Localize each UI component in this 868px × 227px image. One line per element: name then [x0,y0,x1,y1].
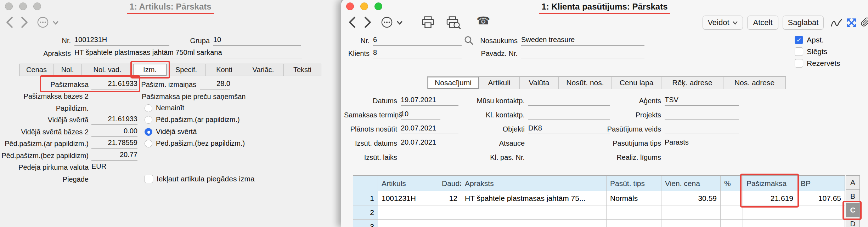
ped-pasizm-bez-field[interactable]: 20.77 [91,150,137,161]
musu-kontaktp-field[interactable] [528,95,610,106]
cell-apraksts[interactable] [461,205,607,219]
nr-field[interactable]: 6 [373,35,462,46]
videja-sverta-field[interactable]: 21.61933 [91,114,137,125]
tab-nosacijumi[interactable]: Nosacījumi [428,77,479,89]
back-button[interactable] [6,16,13,28]
pasizm-izmainas-field[interactable]: 28.0 [200,78,230,89]
pedeja-valuta-field[interactable]: EUR [91,161,137,172]
paperclip-icon[interactable] [861,16,868,28]
pasutijuma-tips-field[interactable]: Parasts [665,137,739,148]
apraksts-field[interactable]: HT špahtele plastmasas jahtām 750ml sark… [74,47,302,58]
tab-nosut-nos[interactable]: Nosūt. nos. [559,77,612,89]
atsauce-field[interactable] [528,137,610,148]
print-preview-icon[interactable] [446,16,461,29]
apst-checkbox[interactable]: ✓ Apst. [795,35,824,45]
slegts-checkbox[interactable]: Slēgts [795,47,827,57]
projekts-field[interactable] [665,109,739,120]
izsut-laiks-field[interactable] [401,151,458,162]
signature-pen-icon[interactable] [830,18,843,28]
radio-ped-pasizm-ar[interactable]: Pēd.pašizm.(ar papildizm.) [145,114,240,126]
cell-pasizmaksa[interactable] [743,205,797,219]
tab-nos-adrese[interactable]: Nos. adrese [723,77,785,89]
nosaukums-field[interactable]: Sweden treasure [521,35,644,46]
papildizm-field[interactable] [91,102,137,113]
operations-menu-icon[interactable] [381,16,393,28]
tab-teksti[interactable]: Teksti [284,64,321,76]
tab-cenu-lapa[interactable]: Cenu lapa [612,77,661,89]
tab-cenas[interactable]: Cenas [20,64,53,76]
chevron-down-icon[interactable] [396,21,403,25]
operations-menu-icon[interactable] [37,16,49,28]
videja-sverta-bazes2-field[interactable]: 0.00 [91,126,137,137]
agents-field[interactable]: TSV [665,95,739,106]
kl-kontaktp-field[interactable] [528,109,610,120]
piegade-field[interactable] [91,173,137,184]
cell-pasut-tips[interactable] [607,220,661,227]
cell-bp[interactable]: 107.65 [797,191,845,205]
cell-pasizmaksa[interactable] [743,220,797,227]
cell-daudz[interactable]: 12 [438,191,461,205]
veidot-button[interactable]: Veidot [703,16,743,30]
cell-apraksts[interactable]: HT špahtele plastmasas jahtām 75... [461,191,607,205]
cell-apraksts[interactable] [461,220,607,227]
tab-izm[interactable]: Izm. [133,64,167,76]
cell-vien-cena[interactable]: 30.59 [661,191,721,205]
pavadz-field[interactable] [521,47,644,58]
cell-artikuls[interactable] [378,205,438,219]
tab-variac[interactable]: Variāc. [243,64,284,76]
tab-konti[interactable]: Konti [206,64,243,76]
cell-daudz[interactable] [438,205,461,219]
tab-nol[interactable]: Nol. [53,64,82,76]
objekti-field[interactable]: DK8 [528,123,610,134]
ped-pasizm-ar-field[interactable]: 21.78559 [91,138,137,149]
klients-field[interactable]: 8 [373,47,462,58]
back-button[interactable] [348,16,356,28]
nr-field[interactable]: 1001231H [74,35,169,46]
forward-button[interactable] [21,16,28,28]
radio-ped-pasizm-bez[interactable]: Pēd.pašizm.(bez papildizm.) [145,138,245,149]
side-tab-d[interactable]: D [846,217,860,227]
tab-valuta[interactable]: Valūta [520,77,559,89]
ieklaut-piegades-checkbox[interactable]: Iekļaut artikula piegādes izma [145,174,255,184]
cell-percent[interactable] [721,205,743,219]
cell-pasut-tips[interactable]: Normāls [607,191,661,205]
izsut-laiks-label: Izsūt. laiks [344,151,397,163]
tab-nol-vad[interactable]: Nol. vad. [82,64,133,76]
kl-pas-nr-field[interactable] [528,151,610,162]
izsut-datums-field[interactable]: 20.07.2021 [401,137,458,148]
tab-artikuli[interactable]: Artikuli [479,77,520,89]
side-tab-c[interactable]: C [846,203,860,217]
pasizmaksa-bazes2-field[interactable] [91,90,137,101]
cell-percent[interactable] [721,220,743,227]
print-icon[interactable] [421,16,435,28]
cell-artikuls[interactable] [378,220,438,227]
side-tab-a[interactable]: A [846,175,860,190]
chevron-down-icon[interactable] [52,21,59,25]
planots-nosutit-field[interactable]: 20.07.2021 [401,123,458,134]
datums-field[interactable]: 19.07.2021 [401,95,458,106]
realiz-ligums-field[interactable] [665,151,739,162]
cell-bp[interactable] [797,205,845,219]
rezervets-checkbox[interactable]: Rezervēts [795,58,840,68]
radio-nemainit[interactable]: Nemainīt [145,102,184,114]
phone-icon[interactable]: ☎ [477,15,490,27]
saglabat-button[interactable]: Saglabāt [783,16,824,30]
expand-arrows-icon[interactable] [846,17,857,29]
cell-bp[interactable] [797,220,845,227]
pasutijuma-veids-field[interactable] [665,123,739,134]
cell-pasut-tips[interactable] [607,205,661,219]
forward-button[interactable] [364,16,372,28]
radio-videja-sverta[interactable]: Vidējā svērtā [145,126,197,138]
samaksas-termins-field[interactable]: 10 [401,109,440,120]
grupa-field[interactable]: 10 [213,35,301,46]
tab-rek-adrese[interactable]: Rēķ. adrese [661,77,723,89]
tab-specif[interactable]: Specif. [167,64,206,76]
cell-vien-cena[interactable] [661,220,721,227]
cell-vien-cena[interactable] [661,205,721,219]
atcelt-button[interactable]: Atcelt [747,16,778,30]
cell-pasizmaksa[interactable]: 21.619 [743,191,797,205]
cell-artikuls[interactable]: 1001231H [378,191,438,205]
cell-percent[interactable] [721,191,743,205]
side-tab-b[interactable]: B [846,189,860,203]
cell-daudz[interactable] [438,220,461,227]
